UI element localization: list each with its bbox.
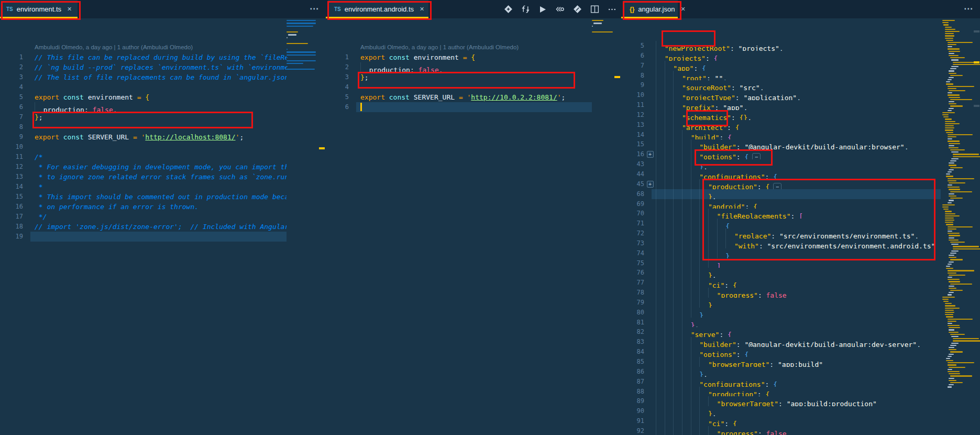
code-line[interactable]: 17 */: [0, 212, 287, 222]
code-line[interactable]: 5export const environment = {: [0, 92, 287, 102]
close-tab-icon[interactable]: ✕: [680, 6, 685, 13]
open-changes-with-revision-icon[interactable]: [572, 4, 582, 15]
code-line[interactable]: 68},: [621, 189, 941, 199]
code-line[interactable]: 77"ci": {: [621, 278, 941, 288]
tab-environment-android-ts[interactable]: TS environment.android.ts ✕: [328, 0, 428, 18]
code-line[interactable]: 4: [326, 82, 592, 92]
code-line[interactable]: 8: [0, 122, 287, 132]
code-line[interactable]: 7};: [0, 112, 287, 122]
minimap[interactable]: [941, 20, 975, 389]
synchronize-changes-icon[interactable]: [520, 4, 531, 15]
open-changes-icon[interactable]: [503, 4, 513, 15]
folded-region-badge[interactable]: ⋯: [773, 183, 781, 189]
code-line[interactable]: 18// import 'zone.js/dist/zone-error'; /…: [0, 222, 287, 232]
code-line[interactable]: 79}: [621, 298, 941, 308]
code-line[interactable]: 9export const SERVER_URL = 'http://local…: [0, 132, 287, 142]
code-line[interactable]: 7"app": {: [621, 61, 941, 71]
code-line[interactable]: 10"projectType": "application",: [621, 90, 941, 100]
code-line[interactable]: 13"architect": {: [621, 120, 941, 130]
fold-column: [644, 337, 656, 347]
minimap[interactable]: [287, 20, 317, 74]
code-line[interactable]: 87"configurations": {: [621, 377, 941, 387]
code-line[interactable]: 11/*: [0, 152, 287, 162]
code-line[interactable]: 72"replace": "src/environments/environme…: [621, 229, 941, 238]
line-number: 9: [621, 80, 644, 90]
gitlens-annotation[interactable]: Ambuludi Olmedo, a day ago | 1 author (A…: [35, 42, 193, 52]
code-line[interactable]: 8"root": "",: [621, 71, 941, 81]
code-text: [360, 82, 592, 92]
overview-ruler[interactable]: [613, 18, 621, 435]
open-preview-icon[interactable]: [555, 4, 565, 15]
code-line[interactable]: 9"sourceRoot": "src",: [621, 80, 941, 90]
folded-region-badge[interactable]: ⋯: [752, 153, 761, 159]
fold-column: [644, 100, 656, 110]
code-line[interactable]: 90},: [621, 406, 941, 416]
code-line[interactable]: 6: [326, 102, 592, 112]
fold-toggle-icon[interactable]: +: [644, 149, 656, 159]
more-actions-icon[interactable]: ⋯: [310, 3, 318, 14]
code-line[interactable]: 1// This file can be replaced during bui…: [0, 52, 287, 62]
code-line[interactable]: 88"production": {: [621, 387, 941, 397]
code-line[interactable]: 14 *: [0, 182, 287, 192]
code-line[interactable]: 76},: [621, 268, 941, 278]
split-editor-icon[interactable]: [589, 4, 600, 15]
code-editor[interactable]: Ambuludi Olmedo, a day ago | 1 author (A…: [0, 18, 326, 435]
code-line[interactable]: 85"browserTarget": "app:build": [621, 357, 941, 367]
fold-toggle-icon[interactable]: +: [644, 179, 656, 189]
code-line[interactable]: 89"browserTarget": "app:build:production…: [621, 396, 941, 406]
code-line[interactable]: 82"serve": {: [621, 327, 941, 337]
code-line[interactable]: 2// `ng build --prod` replaces `environm…: [0, 62, 287, 72]
overview-ruler[interactable]: [973, 18, 980, 435]
code-line[interactable]: 3};: [326, 72, 592, 82]
code-line[interactable]: 5export const SERVER_URL = 'http://10.0.…: [326, 92, 592, 102]
code-line[interactable]: 81},: [621, 318, 941, 328]
code-line[interactable]: 6production: false,: [0, 102, 287, 112]
code-line[interactable]: 15"builder": "@angular-devkit/build-angu…: [621, 139, 941, 149]
code-line[interactable]: 45+"production": {⋯: [621, 179, 941, 189]
code-line[interactable]: 14"build": {: [621, 130, 941, 140]
code-line[interactable]: 69"android": {: [621, 199, 941, 209]
code-line[interactable]: 73"with": "src/environments/environment.…: [621, 238, 941, 248]
code-line[interactable]: 12"schematics": {},: [621, 110, 941, 120]
overview-ruler[interactable]: [318, 18, 325, 435]
code-line[interactable]: 1export const environment = {: [326, 52, 592, 62]
run-code-icon[interactable]: [537, 4, 548, 15]
gitlens-annotation[interactable]: Ambuludi Olmedo, a day ago | 1 author (A…: [360, 42, 519, 52]
code-line[interactable]: 78"progress": false: [621, 288, 941, 298]
code-line[interactable]: 91"ci": {: [621, 416, 941, 426]
code-line[interactable]: 43},: [621, 159, 941, 169]
code-line[interactable]: 5"newProjectRoot": "projects",: [621, 41, 941, 51]
tab-angular-json[interactable]: {} angular.json ✕: [623, 0, 678, 18]
more-actions-icon[interactable]: ⋯: [964, 3, 973, 14]
code-line[interactable]: 11"prefix": "app",: [621, 100, 941, 110]
code-line[interactable]: 19: [0, 232, 287, 242]
code-line[interactable]: 2production: false,: [326, 62, 592, 72]
close-tab-icon[interactable]: ✕: [420, 6, 424, 13]
code-line[interactable]: 6"projects": {: [621, 51, 941, 61]
code-line[interactable]: 16+"options": {⋯: [621, 149, 941, 159]
code-line[interactable]: 15 * This import should be commented out…: [0, 192, 287, 202]
code-line[interactable]: 80}: [621, 308, 941, 318]
code-line[interactable]: 16 * on performance if an error is throw…: [0, 202, 287, 212]
close-tab-icon[interactable]: ✕: [67, 6, 72, 13]
tab-environment-ts[interactable]: TS environment.ts ✕: [0, 0, 78, 18]
code-line[interactable]: 71{: [621, 219, 941, 229]
code-line[interactable]: 84"options": {: [621, 347, 941, 357]
code-line[interactable]: 13 * to ignore zone related error stack …: [0, 172, 287, 182]
code-line[interactable]: 74}: [621, 248, 941, 258]
line-number: 78: [621, 288, 644, 298]
code-line[interactable]: 44"configurations": {: [621, 169, 941, 179]
code-editor[interactable]: Ambuludi Olmedo, a day ago | 1 author (A…: [326, 18, 621, 435]
code-line[interactable]: 4: [0, 82, 287, 92]
code-line[interactable]: 75]: [621, 258, 941, 268]
code-line[interactable]: 92"progress": false: [621, 426, 941, 435]
code-editor[interactable]: 5"newProjectRoot": "projects",6"projects…: [621, 18, 980, 435]
code-text: // This file can be replaced during buil…: [35, 52, 287, 62]
code-line[interactable]: 3// The list of file replacements can be…: [0, 72, 287, 82]
more-actions-icon[interactable]: [607, 4, 617, 15]
code-line[interactable]: 70"fileReplacements": [: [621, 209, 941, 219]
code-line[interactable]: 12 * For easier debugging in development…: [0, 162, 287, 172]
code-line[interactable]: 10: [0, 142, 287, 152]
code-line[interactable]: 83"builder": "@angular-devkit/build-angu…: [621, 337, 941, 347]
code-line[interactable]: 86},: [621, 367, 941, 377]
